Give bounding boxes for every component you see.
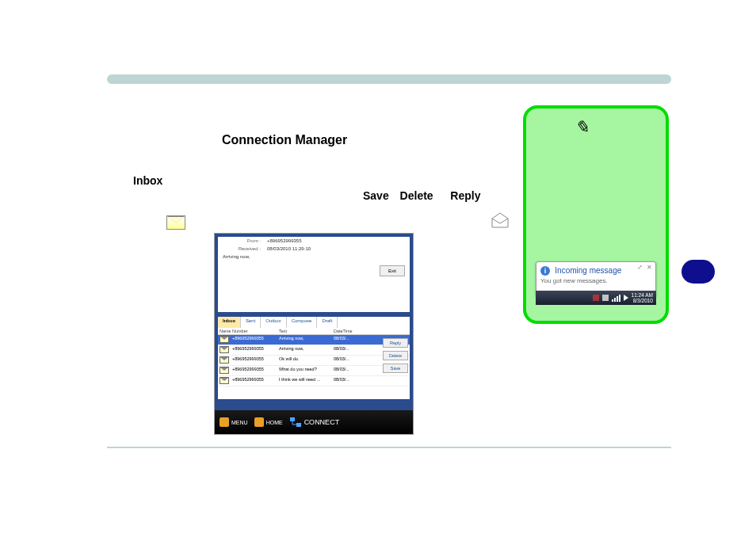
envelope-closed-icon [166, 215, 185, 230]
message-table: Name Number Text DateTime +896952999355 … [218, 328, 410, 399]
page-nav-button[interactable] [682, 260, 715, 284]
col-datetime: DateTime [332, 328, 359, 334]
received-label: Received : [218, 245, 264, 253]
reply-button[interactable]: Reply [383, 338, 408, 348]
table-header: Name Number Text DateTime [218, 328, 410, 335]
col-icon: Name [218, 328, 231, 334]
table-row[interactable]: +896952999355 Arriving now, 08/03/... [218, 335, 410, 345]
home-button[interactable]: HOME [254, 417, 283, 427]
action-labels: Save Delete Reply [363, 189, 488, 202]
message-body: Arriving now, [218, 253, 410, 261]
inbox-label: Inbox [133, 174, 162, 187]
pen-icon: ✎ [575, 117, 589, 138]
message-preview-panel: From : +896952999355 Received : 08/03/20… [218, 237, 410, 312]
envelope-open-icon [491, 215, 509, 228]
connect-button[interactable]: CONNECT [289, 417, 340, 428]
col-number: Number [231, 328, 277, 334]
received-value: 08/03/2010 11:29:10 [264, 245, 314, 253]
network-icon [289, 417, 302, 428]
tab-sent[interactable]: Sent [241, 317, 261, 328]
exit-button[interactable]: Exit [380, 265, 405, 276]
tab-draft[interactable]: Draft [317, 317, 338, 328]
side-buttons: Reply Delete Save [383, 338, 408, 373]
tab-outbox[interactable]: Outbox [261, 317, 286, 328]
bottom-toolbar: MENU HOME CONNECT [215, 410, 413, 434]
folder-tabs: Inbox Sent Outbox Compose Draft [218, 317, 410, 328]
app-screenshot: From : +896952999355 Received : 08/03/20… [214, 233, 414, 435]
menu-button[interactable]: MENU [220, 417, 248, 427]
svg-rect-2 [296, 423, 301, 427]
bottom-divider [107, 447, 671, 448]
envelope-icon [220, 336, 229, 343]
home-icon [254, 417, 264, 427]
volume-icon[interactable] [624, 295, 628, 301]
delete-label: Delete [400, 189, 433, 202]
popup-title: Incoming message [555, 266, 621, 275]
popup-text: You got new messages. [540, 277, 651, 284]
info-icon: i [540, 266, 550, 276]
pin-icon[interactable]: ⤢ [637, 264, 643, 271]
from-label: From : [218, 237, 264, 245]
reply-label: Reply [450, 189, 480, 202]
tray-icon[interactable] [602, 295, 609, 301]
page-title: Connection Manager [222, 133, 347, 147]
envelope-icon [220, 377, 229, 384]
save-label: Save [363, 189, 389, 202]
close-icon[interactable]: ✕ [647, 264, 652, 271]
signal-icon [612, 295, 620, 302]
menu-icon [220, 417, 229, 427]
envelope-icon [220, 356, 229, 364]
envelope-icon [220, 346, 229, 353]
tab-compose[interactable]: Compose [287, 317, 318, 328]
table-row[interactable]: +896952999355 I think we will need ... 0… [218, 376, 410, 386]
svg-rect-1 [290, 417, 295, 421]
clock: 11:24 AM 8/3/2010 [632, 292, 653, 303]
tray-icon[interactable] [593, 295, 599, 301]
save-button[interactable]: Save [383, 364, 408, 373]
tab-inbox[interactable]: Inbox [218, 317, 241, 328]
table-row[interactable]: +896952999355 What do you need? 08/03/..… [218, 366, 410, 376]
table-row[interactable]: +896952999355 Ok will do. 08/03/... [218, 356, 410, 366]
from-value: +896952999355 [264, 237, 305, 245]
system-tray-screenshot: i Incoming message ⤢ ✕ You got new messa… [536, 261, 656, 305]
top-divider [107, 74, 671, 84]
delete-button[interactable]: Delete [383, 351, 408, 360]
taskbar: 11:24 AM 8/3/2010 [536, 291, 656, 305]
col-text: Text [277, 328, 332, 334]
table-row[interactable]: +896952999355 Arriving now, 08/03/... [218, 345, 410, 356]
envelope-icon [220, 367, 229, 374]
